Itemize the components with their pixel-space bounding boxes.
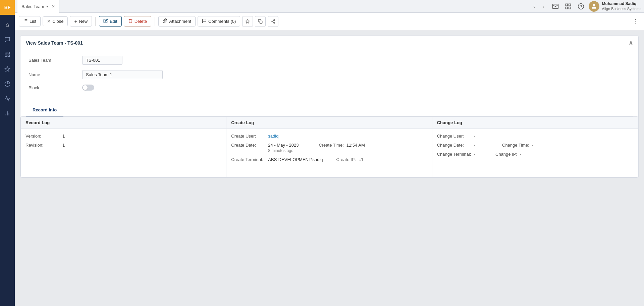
dashboard-icon[interactable] xyxy=(563,1,573,11)
tab-sales-team[interactable]: Sales Team ▾ ✕ xyxy=(17,0,59,13)
block-row: Block xyxy=(29,85,630,91)
share-button[interactable] xyxy=(268,16,278,27)
chart-pie-icon[interactable] xyxy=(1,77,14,91)
list-label: List xyxy=(30,19,36,24)
close-button[interactable]: ✕ Close xyxy=(43,16,68,26)
form-card: View Sales Team - TS-001 ∧ Sales Team TS… xyxy=(20,36,639,178)
change-time-value: - xyxy=(532,143,533,148)
create-date-row: Create Date: 24 - May - 2023 Create Time… xyxy=(231,143,427,148)
change-ip-label: Change IP: xyxy=(495,152,517,157)
create-terminal-label: Create Terminal: xyxy=(231,157,268,162)
create-time-value: 11:54 AM xyxy=(346,143,365,148)
bar-chart-icon[interactable] xyxy=(1,107,14,120)
svg-rect-2 xyxy=(5,55,7,57)
tab-record-info[interactable]: Record Info xyxy=(26,104,63,116)
create-log-header: Create Log xyxy=(226,117,432,129)
edit-button[interactable]: Edit xyxy=(99,16,121,27)
tab-prev-button[interactable]: ‹ xyxy=(530,2,538,10)
form-card-body: Sales Team TS-001 Name Sales Team 1 Bloc… xyxy=(20,50,638,104)
close-label: Close xyxy=(52,19,63,24)
svg-marker-4 xyxy=(5,67,10,71)
create-terminal-row: Create Terminal: ABS-DEVELOPMENT\sadiq C… xyxy=(231,157,427,162)
favorite-button[interactable] xyxy=(242,16,253,27)
copy-button[interactable] xyxy=(255,16,266,27)
toolbar: List ✕ Close + New Edit Delete xyxy=(15,13,644,30)
change-log-column: Change Log Change User: - Change Date: -… xyxy=(432,117,638,177)
home-icon[interactable]: ⌂ xyxy=(1,18,14,32)
change-terminal-label: Change Terminal: xyxy=(437,152,474,157)
revision-value: 1 xyxy=(62,143,65,148)
create-ip-label: Create IP: xyxy=(336,157,356,162)
log-section: Record Log Version: 1 Revision: 1 xyxy=(20,116,638,177)
tab-next-button[interactable]: › xyxy=(540,2,548,10)
change-log-body: Change User: - Change Date: - Change Tim… xyxy=(432,129,638,165)
create-log-column: Create Log Create User: sadiq Create Dat… xyxy=(226,117,432,177)
svg-rect-8 xyxy=(566,4,568,6)
svg-marker-21 xyxy=(246,19,250,23)
svg-rect-10 xyxy=(566,7,568,9)
tab-dropdown-icon[interactable]: ▾ xyxy=(46,4,48,9)
attachment-label: Attachment xyxy=(169,19,191,24)
create-date-label: Create Date: xyxy=(231,143,268,148)
list-button[interactable]: List xyxy=(19,16,41,27)
user-details: Muhammad Sadiq Align Business Systems xyxy=(602,1,641,11)
toolbar-divider-2 xyxy=(155,17,155,26)
create-date-relative: 8 minutes ago xyxy=(268,148,427,153)
create-user-value[interactable]: sadiq xyxy=(268,134,278,139)
record-log-body: Version: 1 Revision: 1 xyxy=(21,129,226,156)
user-name: Muhammad Sadiq xyxy=(602,1,641,7)
change-user-value: - xyxy=(474,134,475,139)
help-icon[interactable] xyxy=(576,1,586,11)
comment-icon xyxy=(202,18,207,24)
revision-label: Revision: xyxy=(25,143,62,148)
delete-button[interactable]: Delete xyxy=(124,16,152,27)
close-icon: ✕ xyxy=(47,19,51,24)
chat-icon[interactable] xyxy=(1,33,14,46)
more-options-button[interactable]: ⋮ xyxy=(631,17,640,26)
content-area: View Sales Team - TS-001 ∧ Sales Team TS… xyxy=(15,30,644,306)
change-ip-value: - xyxy=(520,152,521,157)
comments-button[interactable]: Comments (0) xyxy=(198,16,240,27)
list-icon xyxy=(23,18,28,24)
user-info[interactable]: Muhammad Sadiq Align Business Systems xyxy=(589,1,641,12)
block-toggle[interactable] xyxy=(82,85,94,91)
create-time-label: Create Time: xyxy=(319,143,343,148)
tab-close-icon[interactable]: ✕ xyxy=(52,4,55,9)
create-log-body: Create User: sadiq Create Date: 24 - May… xyxy=(226,129,432,171)
grid-icon[interactable] xyxy=(1,48,14,61)
sales-team-value: TS-001 xyxy=(82,56,122,65)
delete-label: Delete xyxy=(135,19,147,24)
sidebar: BF ⌂ xyxy=(0,0,15,306)
block-label: Block xyxy=(29,85,82,90)
edit-icon xyxy=(103,18,108,24)
change-user-row: Change User: - xyxy=(437,134,633,139)
revision-row: Revision: 1 xyxy=(25,143,221,148)
main-area: Sales Team ▾ ✕ ‹ › Muhammad Sadi xyxy=(15,0,644,306)
app-logo[interactable]: BF xyxy=(0,0,15,15)
attachment-button[interactable]: Attachment xyxy=(158,16,196,27)
new-button[interactable]: + New xyxy=(70,16,92,27)
avatar xyxy=(589,1,599,12)
create-user-row: Create User: sadiq xyxy=(231,134,427,139)
change-terminal-value: - xyxy=(474,152,475,157)
name-label: Name xyxy=(29,72,82,77)
name-row: Name Sales Team 1 xyxy=(29,70,630,79)
svg-rect-9 xyxy=(569,4,571,6)
edit-label: Edit xyxy=(110,19,117,24)
create-ip-value: ::1 xyxy=(359,157,363,162)
change-log-header: Change Log xyxy=(432,117,638,129)
tab-title: Sales Team xyxy=(21,4,44,9)
svg-rect-1 xyxy=(8,52,10,54)
mail-icon[interactable] xyxy=(550,1,560,11)
svg-point-14 xyxy=(593,4,595,6)
version-row: Version: 1 xyxy=(25,134,221,139)
svg-line-26 xyxy=(272,21,274,22)
star-icon[interactable] xyxy=(1,62,14,76)
attachment-icon xyxy=(163,18,167,24)
form-title: View Sales Team - TS-001 xyxy=(26,40,83,46)
activity-icon[interactable] xyxy=(1,92,14,105)
collapse-icon[interactable]: ∧ xyxy=(629,39,633,47)
change-terminal-row: Change Terminal: - Change IP: - xyxy=(437,152,633,157)
sales-team-label: Sales Team xyxy=(29,58,82,63)
svg-point-23 xyxy=(274,19,275,21)
